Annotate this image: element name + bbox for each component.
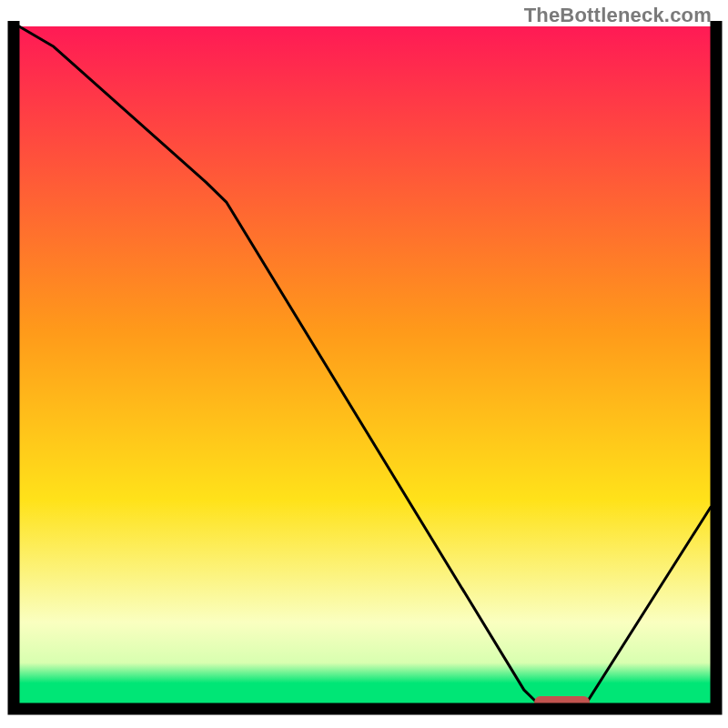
plot-background xyxy=(19,26,711,703)
bottleneck-chart xyxy=(0,0,728,728)
